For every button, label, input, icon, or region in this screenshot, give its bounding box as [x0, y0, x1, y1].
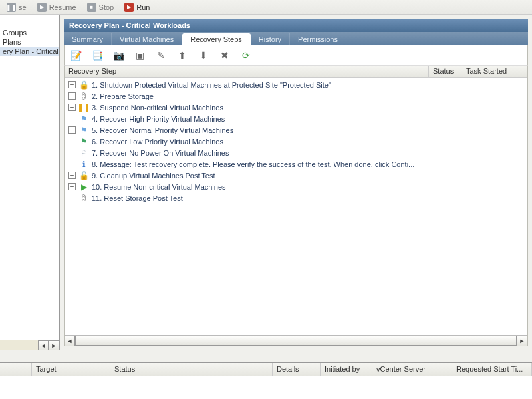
move-down-icon[interactable]: ⬇ — [196, 48, 211, 63]
grid-hscroll[interactable]: ◄ ► — [65, 335, 527, 346]
tab-permissions[interactable]: Permissions — [290, 33, 346, 45]
step-row[interactable]: +🛢11. Reset Storage Post Test — [65, 192, 527, 203]
step-row[interactable]: +🛢2. Prepare Storage — [65, 90, 527, 102]
step-label: 5. Recover Normal Priority Virtual Machi… — [92, 126, 233, 134]
expand-toggle: + — [68, 160, 76, 168]
col-initiated-by[interactable]: Initiated by — [321, 363, 372, 376]
steps-grid: Recovery Step Status Task Started +🔒1. S… — [64, 65, 528, 346]
steps-grid-header: Recovery Step Status Task Started — [65, 66, 527, 78]
col-blank[interactable] — [0, 363, 32, 376]
resume-button[interactable]: ▶ Resume — [33, 2, 80, 13]
main-toolbar: ❚❚ se ▶ Resume ■ Stop ▶ Run — [0, 0, 532, 15]
expand-toggle[interactable]: + — [68, 81, 76, 88]
delete-step-icon[interactable]: ✖ — [217, 48, 232, 63]
step-row[interactable]: +▶10. Resume Non-critical Virtual Machin… — [65, 181, 527, 192]
step-row[interactable]: +ℹ8. Message: Test recovery complete. Pl… — [65, 158, 527, 170]
content-pane: Recovery Plan - Critical Workloads Summa… — [60, 15, 532, 350]
step-label: 9. Cleanup Virtual Machines Post Test — [92, 172, 215, 180]
scroll-right-icon[interactable]: ► — [517, 336, 527, 346]
nav-item-recovery-plan[interactable]: ery Plan - Critical V — [0, 47, 59, 56]
pause-button[interactable]: ❚❚ se — [3, 2, 31, 13]
shutdown-icon: 🔒 — [78, 80, 89, 90]
resume-icon: ▶ — [78, 182, 89, 192]
flag-outline-icon: ⚐ — [78, 148, 89, 158]
tab-recovery-steps[interactable]: Recovery Steps — [182, 33, 251, 45]
flag-icon: ⚑ — [78, 136, 89, 147]
expand-toggle: + — [68, 194, 76, 201]
nav-item-groups[interactable]: Groups — [0, 28, 59, 37]
step-row[interactable]: +🔓9. Cleanup Virtual Machines Post Test — [65, 170, 527, 181]
tab-bar: Summary Virtual Machines Recovery Steps … — [64, 32, 528, 45]
move-up-icon[interactable]: ⬆ — [175, 48, 190, 63]
expand-toggle: + — [68, 138, 76, 145]
tab-summary[interactable]: Summary — [64, 33, 112, 45]
page-title: Recovery Plan - Critical Workloads — [64, 19, 528, 32]
export-steps-icon[interactable]: 📑 — [90, 48, 104, 63]
expand-toggle[interactable]: + — [68, 183, 76, 190]
step-row[interactable]: +⚑4. Recover High Priority Virtual Machi… — [65, 113, 527, 124]
action-toolbar: 📝 📑 📷 ▣ ✎ ⬆ ⬇ ✖ ⟳ — [64, 45, 528, 65]
run-button[interactable]: ▶ Run — [120, 2, 154, 13]
edit-step-icon[interactable]: ✎ — [154, 48, 168, 63]
scroll-right-icon[interactable]: ► — [49, 340, 59, 350]
stop-icon: ■ — [87, 3, 96, 12]
scroll-left-icon[interactable]: ◄ — [65, 336, 75, 346]
camera-icon[interactable]: 📷 — [111, 48, 126, 63]
edit-plan-icon[interactable]: 📝 — [68, 48, 83, 63]
step-row[interactable]: +❚❚3. Suspend Non-critical Virtual Machi… — [65, 102, 527, 113]
play-icon: ▶ — [37, 3, 47, 12]
nav-item-plans[interactable]: Plans — [0, 37, 59, 47]
step-row[interactable]: +⚑6. Recover Low Priority Virtual Machin… — [65, 136, 527, 147]
step-row[interactable]: +⚐7. Recover No Power On Virtual Machine… — [65, 147, 527, 158]
flag-icon: ⚑ — [78, 125, 89, 136]
storage-icon: 🛢 — [78, 193, 89, 203]
step-label: 4. Recover High Priority Virtual Machine… — [92, 115, 225, 123]
suspend-icon: ❚❚ — [78, 102, 89, 113]
col-requested-start[interactable]: Requested Start Ti... — [452, 363, 532, 376]
expand-toggle[interactable]: + — [68, 104, 76, 111]
step-label: 1. Shutdown Protected Virtual Machines a… — [92, 81, 331, 89]
scroll-left-icon[interactable]: ◄ — [38, 340, 49, 350]
flag-icon: ⚑ — [78, 114, 89, 124]
step-label: 8. Message: Test recovery complete. Plea… — [92, 160, 414, 168]
pause-icon: ❚❚ — [7, 3, 16, 12]
nav-tree: Groups Plans ery Plan - Critical V ◄ ► — [0, 15, 60, 350]
tab-virtual-machines[interactable]: Virtual Machines — [112, 33, 182, 45]
col-target[interactable]: Target — [32, 363, 110, 376]
page-title-text: Recovery Plan - Critical Workloads — [69, 21, 190, 29]
storage-icon: 🛢 — [78, 91, 89, 102]
col-task-started[interactable]: Task Started — [462, 66, 527, 77]
col-vcenter-server[interactable]: vCenter Server — [372, 363, 452, 376]
add-step-icon[interactable]: ▣ — [132, 48, 147, 63]
col-recovery-step[interactable]: Recovery Step — [65, 66, 429, 77]
steps-tree[interactable]: +🔒1. Shutdown Protected Virtual Machines… — [65, 78, 527, 335]
info-icon: ℹ — [78, 159, 89, 170]
expand-toggle: + — [68, 149, 76, 156]
col-status[interactable]: Status — [110, 363, 273, 376]
tasks-grid-header: Target Status Details Initiated by vCent… — [0, 363, 532, 376]
step-label: 3. Suspend Non-critical Virtual Machines — [92, 104, 223, 112]
step-label: 10. Resume Non-critical Virtual Machines — [92, 183, 226, 191]
nav-hscroll[interactable]: ◄ ► — [0, 340, 59, 350]
step-row[interactable]: +🔒1. Shutdown Protected Virtual Machines… — [65, 79, 527, 90]
cleanup-icon: 🔓 — [78, 170, 89, 181]
step-label: 2. Prepare Storage — [92, 92, 154, 100]
stop-button[interactable]: ■ Stop — [83, 2, 118, 13]
col-status[interactable]: Status — [429, 66, 462, 77]
step-row[interactable]: +⚑5. Recover Normal Priority Virtual Mac… — [65, 124, 527, 136]
expand-toggle[interactable]: + — [68, 92, 76, 100]
step-label: 6. Recover Low Priority Virtual Machines — [92, 138, 223, 146]
tab-history[interactable]: History — [251, 33, 290, 45]
refresh-icon[interactable]: ⟳ — [239, 48, 253, 63]
stop-label: Stop — [99, 3, 114, 11]
run-label: Run — [136, 3, 150, 11]
expand-toggle[interactable]: + — [68, 172, 76, 179]
expand-toggle: + — [68, 115, 76, 122]
tasks-grid: Target Status Details Initiated by vCent… — [0, 362, 532, 399]
col-details[interactable]: Details — [273, 363, 321, 376]
resume-label: Resume — [49, 3, 76, 11]
pause-label: se — [19, 3, 27, 11]
main-split: Groups Plans ery Plan - Critical V ◄ ► R… — [0, 15, 532, 350]
step-label: 7. Recover No Power On Virtual Machines — [92, 149, 229, 157]
expand-toggle[interactable]: + — [68, 126, 76, 134]
